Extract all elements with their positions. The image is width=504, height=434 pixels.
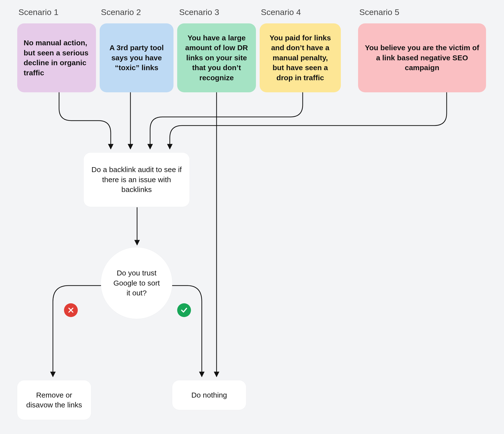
scenario-2-title: Scenario 2 — [101, 7, 141, 17]
scenario-5-box: You believe you are the victim of a link… — [358, 23, 486, 92]
check-icon — [180, 306, 188, 314]
no-badge — [64, 303, 78, 317]
flowchart-canvas: Scenario 1 Scenario 2 Scenario 3 Scenari… — [0, 0, 504, 434]
cross-icon — [67, 307, 74, 314]
scenario-2-box: A 3rd party tool says you have “toxic” l… — [100, 23, 173, 92]
scenario-4-title: Scenario 4 — [261, 7, 301, 17]
scenario-3-title: Scenario 3 — [179, 7, 219, 17]
scenario-3-box: You have a large amount of low DR links … — [177, 23, 256, 92]
remove-box: Remove or disavow the links — [17, 380, 91, 420]
scenario-4-box: You paid for links and don’t have a manu… — [260, 23, 341, 92]
scenario-1-title: Scenario 1 — [18, 7, 59, 17]
scenario-1-box: No manual action, but seen a serious dec… — [17, 23, 96, 92]
scenario-5-title: Scenario 5 — [359, 7, 399, 17]
do-nothing-box: Do nothing — [172, 380, 246, 410]
trust-circle: Do you trust Google to sort it out? — [101, 247, 172, 319]
yes-badge — [177, 303, 191, 317]
audit-box: Do a backlink audit to see if there is a… — [84, 153, 189, 207]
